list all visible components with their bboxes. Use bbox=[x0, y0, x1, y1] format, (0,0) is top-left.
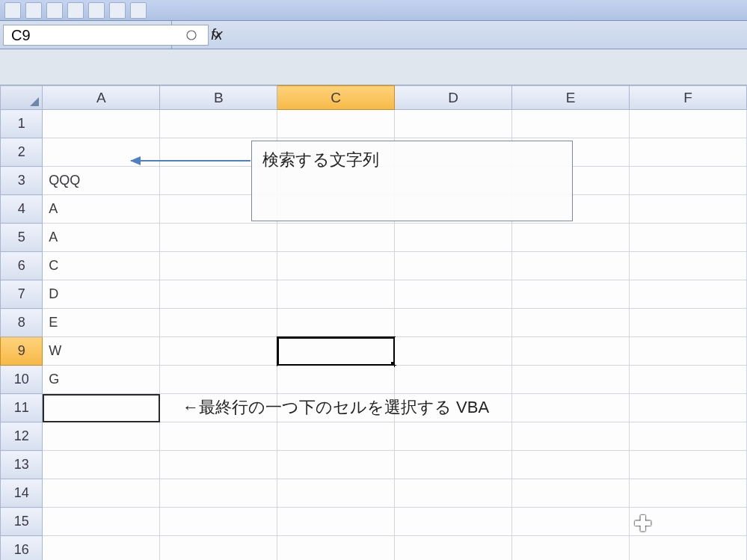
toolbar-button[interactable] bbox=[109, 2, 126, 19]
cell-D16[interactable] bbox=[395, 536, 512, 561]
cell-E6[interactable] bbox=[512, 252, 630, 280]
cell-F4[interactable] bbox=[630, 195, 747, 224]
row-header[interactable]: 2 bbox=[1, 138, 43, 167]
cell-F5[interactable] bbox=[630, 224, 747, 252]
column-header-F[interactable]: F bbox=[630, 86, 747, 110]
cell-E11[interactable] bbox=[512, 394, 630, 422]
cell-E5[interactable] bbox=[512, 224, 630, 252]
cell-E10[interactable] bbox=[512, 366, 630, 394]
cell-F2[interactable] bbox=[630, 138, 747, 167]
cell-D5[interactable] bbox=[395, 224, 512, 252]
cell-B7[interactable] bbox=[160, 280, 277, 309]
cell-D12[interactable] bbox=[395, 422, 512, 451]
toolbar-button[interactable] bbox=[25, 2, 42, 19]
column-header-C[interactable]: C bbox=[277, 86, 395, 110]
cell-C7[interactable] bbox=[277, 280, 395, 309]
cell-B9[interactable] bbox=[160, 337, 277, 366]
cell-F12[interactable] bbox=[630, 422, 747, 451]
cell-D8[interactable] bbox=[395, 309, 512, 337]
cell-A2[interactable] bbox=[43, 138, 160, 167]
cell-F7[interactable] bbox=[630, 280, 747, 309]
cell-C13[interactable] bbox=[277, 451, 395, 479]
cell-C12[interactable] bbox=[277, 422, 395, 451]
cell-E16[interactable] bbox=[512, 536, 630, 561]
row-header[interactable]: 7 bbox=[1, 280, 43, 309]
toolbar-button[interactable] bbox=[88, 2, 105, 19]
cell-F10[interactable] bbox=[630, 366, 747, 394]
row-header[interactable]: 13 bbox=[1, 451, 43, 479]
fx-icon[interactable]: fx bbox=[211, 26, 223, 43]
cell-A6[interactable]: C bbox=[43, 252, 160, 280]
cell-B13[interactable] bbox=[160, 451, 277, 479]
row-header[interactable]: 6 bbox=[1, 252, 43, 280]
row-header[interactable]: 4 bbox=[1, 195, 43, 224]
cell-E1[interactable] bbox=[512, 110, 630, 138]
cell-E8[interactable] bbox=[512, 309, 630, 337]
cell-B8[interactable] bbox=[160, 309, 277, 337]
cell-F14[interactable] bbox=[630, 479, 747, 508]
cell-E12[interactable] bbox=[512, 422, 630, 451]
cell-B6[interactable] bbox=[160, 252, 277, 280]
cell-F11[interactable] bbox=[630, 394, 747, 422]
cell-C6[interactable] bbox=[277, 252, 395, 280]
cell-F13[interactable] bbox=[630, 451, 747, 479]
cell-A15[interactable] bbox=[43, 508, 160, 536]
cell-D13[interactable] bbox=[395, 451, 512, 479]
cell-A3[interactable]: QQQ bbox=[43, 167, 160, 195]
cell-E7[interactable] bbox=[512, 280, 630, 309]
cell-C1[interactable] bbox=[277, 110, 395, 138]
cell-A1[interactable] bbox=[43, 110, 160, 138]
cell-F16[interactable] bbox=[630, 536, 747, 561]
cell-F6[interactable] bbox=[630, 252, 747, 280]
cell-B1[interactable] bbox=[160, 110, 277, 138]
cell-D10[interactable] bbox=[395, 366, 512, 394]
cell-A16[interactable] bbox=[43, 536, 160, 561]
select-all-corner[interactable] bbox=[1, 86, 43, 110]
row-header[interactable]: 14 bbox=[1, 479, 43, 508]
cell-C10[interactable] bbox=[277, 366, 395, 394]
cell-A13[interactable] bbox=[43, 451, 160, 479]
cell-A12[interactable] bbox=[43, 422, 160, 451]
cell-A7[interactable]: D bbox=[43, 280, 160, 309]
toolbar-button[interactable] bbox=[130, 2, 147, 19]
cell-F1[interactable] bbox=[630, 110, 747, 138]
cell-C5[interactable] bbox=[277, 224, 395, 252]
cell-B10[interactable] bbox=[160, 366, 277, 394]
cell-D6[interactable] bbox=[395, 252, 512, 280]
cell-B15[interactable] bbox=[160, 508, 277, 536]
row-header[interactable]: 8 bbox=[1, 309, 43, 337]
cell-B5[interactable] bbox=[160, 224, 277, 252]
cell-A4[interactable]: A bbox=[43, 195, 160, 224]
cell-C15[interactable] bbox=[277, 508, 395, 536]
cell-D14[interactable] bbox=[395, 479, 512, 508]
toolbar-button[interactable] bbox=[46, 2, 63, 19]
row-header[interactable]: 9 bbox=[1, 337, 43, 366]
cell-A10[interactable]: G bbox=[43, 366, 160, 394]
row-header[interactable]: 12 bbox=[1, 422, 43, 451]
cell-D9[interactable] bbox=[395, 337, 512, 366]
row-header[interactable]: 10 bbox=[1, 366, 43, 394]
column-header-D[interactable]: D bbox=[395, 86, 512, 110]
toolbar-button[interactable] bbox=[67, 2, 84, 19]
column-header-A[interactable]: A bbox=[43, 86, 160, 110]
cell-A5[interactable]: A bbox=[43, 224, 160, 252]
cell-C8[interactable] bbox=[277, 309, 395, 337]
cell-A14[interactable] bbox=[43, 479, 160, 508]
cell-A8[interactable]: E bbox=[43, 309, 160, 337]
row-header[interactable]: 16 bbox=[1, 536, 43, 561]
column-header-B[interactable]: B bbox=[160, 86, 277, 110]
cell-F8[interactable] bbox=[630, 309, 747, 337]
cell-B12[interactable] bbox=[160, 422, 277, 451]
toolbar-button[interactable] bbox=[4, 2, 21, 19]
cell-C9[interactable] bbox=[277, 337, 395, 366]
cell-E15[interactable] bbox=[512, 508, 630, 536]
cell-B16[interactable] bbox=[160, 536, 277, 561]
cell-A9[interactable]: W bbox=[43, 337, 160, 366]
cell-F3[interactable] bbox=[630, 167, 747, 195]
row-header[interactable]: 1 bbox=[1, 110, 43, 138]
cell-C16[interactable] bbox=[277, 536, 395, 561]
cell-E13[interactable] bbox=[512, 451, 630, 479]
row-header[interactable]: 3 bbox=[1, 167, 43, 195]
column-header-E[interactable]: E bbox=[512, 86, 630, 110]
cell-F9[interactable] bbox=[630, 337, 747, 366]
